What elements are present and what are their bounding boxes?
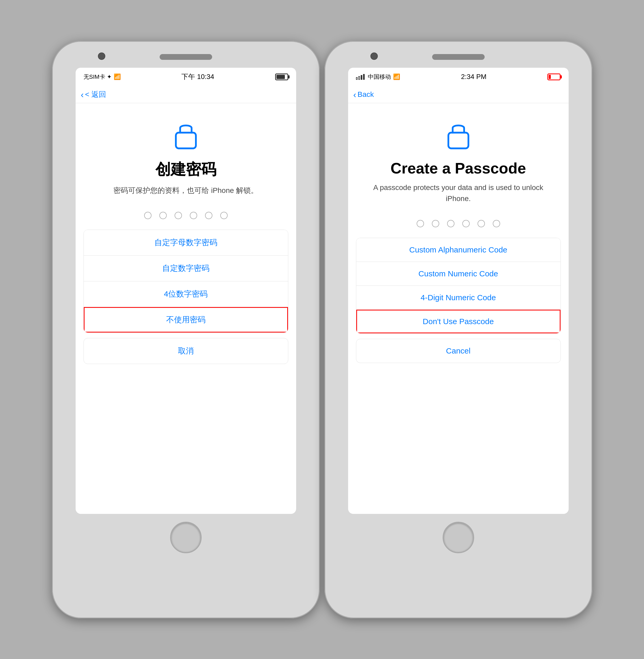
status-bar-english: 中国移动 📶 2:34 PM <box>348 68 569 86</box>
back-button-english[interactable]: ‹ Back <box>353 90 374 99</box>
option-no-passcode-english[interactable]: Don't Use Passcode <box>356 310 560 333</box>
options-list-chinese: 自定字母数字密码 自定数字密码 4位数字密码 不使用密码 <box>84 230 288 333</box>
back-chevron-english: ‹ <box>353 90 356 99</box>
option-numeric-chinese[interactable]: 自定数字密码 <box>84 256 288 281</box>
back-chevron-chinese: ‹ <box>81 90 84 99</box>
back-label-chinese: < 返回 <box>85 90 106 99</box>
dot-e1 <box>417 220 424 227</box>
svg-rect-1 <box>448 133 468 148</box>
passcode-dots-english <box>417 220 500 227</box>
content-english: Create a Passcode A passcode protects yo… <box>348 103 569 514</box>
screen-english: 中国移动 📶 2:34 PM ‹ Back <box>348 68 569 514</box>
battery-fill-english <box>549 75 551 79</box>
status-left-english: 中国移动 📶 <box>356 73 400 81</box>
nav-bar-chinese: ‹ < 返回 <box>76 86 296 103</box>
svg-rect-0 <box>176 133 196 148</box>
option-numeric-english[interactable]: Custom Numeric Code <box>356 262 560 286</box>
signal-bars <box>356 74 365 80</box>
option-alphanumeric-chinese[interactable]: 自定字母数字密码 <box>84 230 288 256</box>
home-button-chinese[interactable] <box>170 522 202 553</box>
phone-chinese: 无SIM卡 ✦ 📶 下午 10:34 ‹ < 返回 <box>52 41 320 618</box>
lock-icon-container-english <box>443 119 474 151</box>
back-label-english: Back <box>358 90 374 99</box>
dot-5 <box>205 212 212 219</box>
back-button-chinese[interactable]: ‹ < 返回 <box>81 90 106 99</box>
nav-bar-english: ‹ Back <box>348 86 569 103</box>
subtitle-chinese: 密码可保护您的资料，也可给 iPhone 解锁。 <box>106 185 266 196</box>
home-button-english[interactable] <box>443 522 474 553</box>
wifi-icon-left: 📶 <box>114 73 121 80</box>
cancel-button-english[interactable]: Cancel <box>356 339 561 363</box>
carrier-text: 中国移动 <box>368 73 391 81</box>
status-right-english <box>547 73 560 80</box>
status-left-chinese: 无SIM卡 ✦ 📶 <box>84 73 121 81</box>
wifi-icon-right: 📶 <box>393 73 400 80</box>
dot-e4 <box>462 220 470 227</box>
bar3 <box>361 75 362 80</box>
passcode-dots-chinese <box>144 212 228 219</box>
battery-icon-english <box>547 73 560 80</box>
lock-icon-english <box>443 119 474 151</box>
subtitle-english: A passcode protects your data and is use… <box>356 182 561 204</box>
bar1 <box>356 77 358 80</box>
dot-e3 <box>447 220 455 227</box>
dot-1 <box>144 212 152 219</box>
speaker-right <box>432 54 485 60</box>
phone-english: 中国移动 📶 2:34 PM ‹ Back <box>324 41 592 618</box>
status-bar-chinese: 无SIM卡 ✦ 📶 下午 10:34 <box>76 68 296 86</box>
dot-e6 <box>493 220 500 227</box>
dot-e5 <box>478 220 485 227</box>
dot-e2 <box>432 220 439 227</box>
bar4 <box>363 74 365 80</box>
lock-icon-container-chinese <box>170 119 202 151</box>
phones-wrapper: 无SIM卡 ✦ 📶 下午 10:34 ‹ < 返回 <box>52 41 592 618</box>
option-4digit-chinese[interactable]: 4位数字密码 <box>84 281 288 307</box>
content-chinese: 创建密码 密码可保护您的资料，也可给 iPhone 解锁。 自 <box>76 103 296 514</box>
dot-6 <box>220 212 228 219</box>
camera-left <box>98 52 105 60</box>
no-sim-text: 无SIM卡 ✦ <box>84 73 112 81</box>
option-4digit-english[interactable]: 4-Digit Numeric Code <box>356 286 560 310</box>
battery-fill-chinese <box>276 75 285 79</box>
cancel-button-chinese[interactable]: 取消 <box>84 338 288 364</box>
title-chinese: 创建密码 <box>156 159 216 180</box>
battery-icon-chinese <box>275 73 288 80</box>
camera-right <box>370 52 378 60</box>
status-right-chinese <box>275 73 288 80</box>
lock-icon-chinese <box>170 119 202 151</box>
option-alphanumeric-english[interactable]: Custom Alphanumeric Code <box>356 238 560 262</box>
options-list-english: Custom Alphanumeric Code Custom Numeric … <box>356 238 561 334</box>
bar2 <box>359 76 360 80</box>
time-chinese: 下午 10:34 <box>181 72 214 81</box>
title-english: Create a Passcode <box>391 159 526 177</box>
option-no-passcode-chinese[interactable]: 不使用密码 <box>84 307 288 332</box>
dot-4 <box>190 212 197 219</box>
dot-3 <box>175 212 182 219</box>
time-english: 2:34 PM <box>461 73 486 81</box>
dot-2 <box>159 212 167 219</box>
speaker-left <box>160 54 212 60</box>
screen-chinese: 无SIM卡 ✦ 📶 下午 10:34 ‹ < 返回 <box>76 68 296 514</box>
